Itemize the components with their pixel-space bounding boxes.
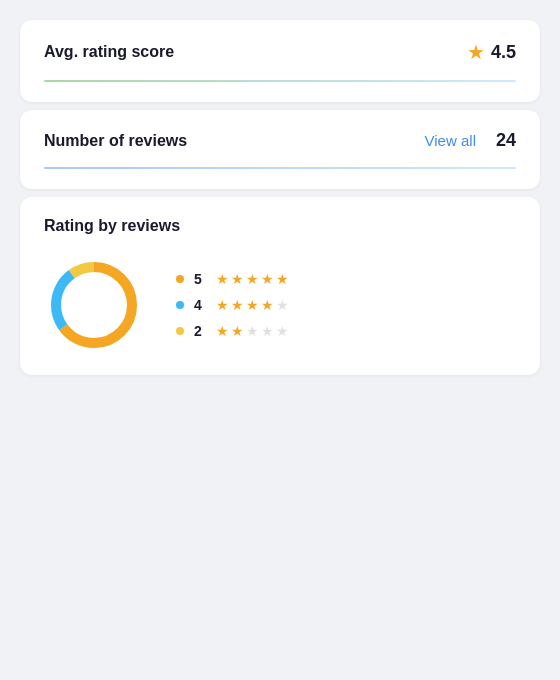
- legend-dot-5: [176, 275, 184, 283]
- rating-by-reviews-title: Rating by reviews: [44, 217, 516, 235]
- avg-rating-label: Avg. rating score: [44, 43, 174, 61]
- star-2-1: ★: [216, 323, 229, 339]
- stars-5: ★ ★ ★ ★ ★: [216, 271, 289, 287]
- star-4-3: ★: [246, 297, 259, 313]
- review-count: 24: [496, 130, 516, 151]
- reviews-label: Number of reviews: [44, 132, 187, 150]
- legend-item-4: 4 ★ ★ ★ ★ ★: [176, 297, 289, 313]
- legend-item-5: 5 ★ ★ ★ ★ ★: [176, 271, 289, 287]
- donut-svg: [44, 255, 144, 355]
- rating-content: 5 ★ ★ ★ ★ ★ 4 ★ ★ ★: [44, 255, 516, 355]
- stars-2: ★ ★ ★ ★ ★: [216, 323, 289, 339]
- star-2-5-empty: ★: [276, 323, 289, 339]
- avg-rating-value: ★ 4.5: [467, 40, 516, 64]
- reviews-right: View all 24: [425, 130, 516, 151]
- legend-dot-4: [176, 301, 184, 309]
- star-2-4-empty: ★: [261, 323, 274, 339]
- avg-rating-row: Avg. rating score ★ 4.5: [44, 40, 516, 64]
- star-2-2: ★: [231, 323, 244, 339]
- star-5-1: ★: [216, 271, 229, 287]
- star-icon: ★: [467, 40, 485, 64]
- avg-rating-card: Avg. rating score ★ 4.5: [20, 20, 540, 102]
- reviews-divider: [44, 167, 516, 169]
- donut-chart: [44, 255, 144, 355]
- legend-item-2: 2 ★ ★ ★ ★ ★: [176, 323, 289, 339]
- view-all-link[interactable]: View all: [425, 132, 476, 149]
- stars-4: ★ ★ ★ ★ ★: [216, 297, 289, 313]
- star-4-1: ★: [216, 297, 229, 313]
- star-5-4: ★: [261, 271, 274, 287]
- avg-score: 4.5: [491, 42, 516, 63]
- legend-dot-2: [176, 327, 184, 335]
- rating-by-reviews-card: Rating by reviews 5: [20, 197, 540, 375]
- main-container: Avg. rating score ★ 4.5 Number of review…: [20, 20, 540, 375]
- legend-number-4: 4: [194, 297, 206, 313]
- star-5-5: ★: [276, 271, 289, 287]
- legend-number-2: 2: [194, 323, 206, 339]
- rating-legend: 5 ★ ★ ★ ★ ★ 4 ★ ★ ★: [176, 271, 289, 339]
- legend-number-5: 5: [194, 271, 206, 287]
- star-4-4: ★: [261, 297, 274, 313]
- star-2-3-empty: ★: [246, 323, 259, 339]
- star-5-3: ★: [246, 271, 259, 287]
- star-4-2: ★: [231, 297, 244, 313]
- star-4-5-empty: ★: [276, 297, 289, 313]
- star-5-2: ★: [231, 271, 244, 287]
- avg-rating-divider: [44, 80, 516, 82]
- reviews-row: Number of reviews View all 24: [44, 130, 516, 151]
- reviews-card: Number of reviews View all 24: [20, 110, 540, 189]
